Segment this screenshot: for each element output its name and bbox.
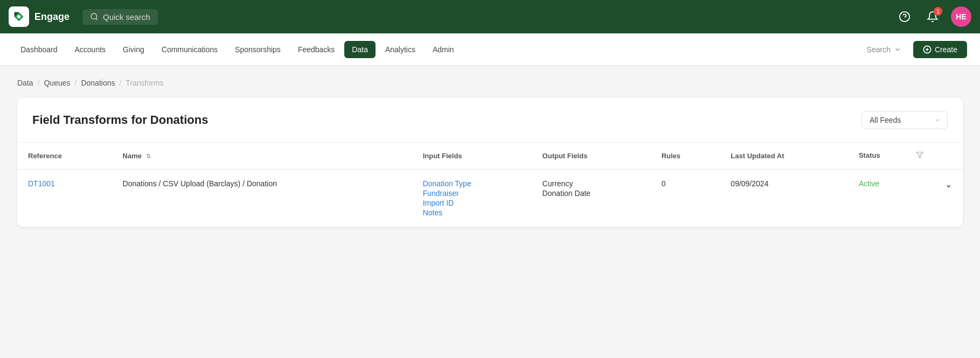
quick-search-button[interactable]: Quick search [82,9,158,25]
nav-search-label: Search [867,45,891,54]
col-output-fields: Output Fields [532,143,651,170]
search-icon [90,12,99,21]
output-field-2: Donation Date [543,189,640,198]
cell-expand: ⌄ [934,170,963,227]
output-field-1: Currency [543,179,640,188]
breadcrumb-sep-1: / [38,79,40,87]
reference-link[interactable]: DT1001 [28,179,55,188]
notifications-button[interactable]: 1 [923,7,942,26]
expand-button[interactable]: ⌄ [945,179,952,189]
nav-item-accounts[interactable]: Accounts [67,41,114,58]
cell-reference: DT1001 [17,170,112,227]
nav-right: Search Create [861,41,967,58]
cell-output-fields: Currency Donation Date [532,170,651,227]
feed-select[interactable]: All Feeds Feed 1 Feed 2 [861,111,948,129]
cell-status: Active [848,170,934,227]
logo-icon[interactable] [9,6,29,27]
nav-item-sponsorships[interactable]: Sponsorships [227,41,288,58]
col-reference: Reference [17,143,112,170]
plus-icon [923,45,932,54]
help-button[interactable] [895,7,914,26]
col-name[interactable]: Name ⇅ [112,143,412,170]
user-avatar[interactable]: HE [951,6,971,27]
col-input-fields: Input Fields [412,143,532,170]
cell-input-fields: Donation Type Fundraiser Import ID Notes [412,170,532,227]
input-field-1[interactable]: Donation Type [423,179,521,188]
col-last-updated: Last Updated At [720,143,848,170]
breadcrumb-donations[interactable]: Donations [81,79,115,87]
page-card: Field Transforms for Donations All Feeds… [17,98,963,227]
nav-item-data[interactable]: Data [344,41,376,58]
chevron-down-icon [894,46,901,53]
quick-search-label: Quick search [103,12,150,22]
col-rules: Rules [651,143,720,170]
nav-item-dashboard[interactable]: Dashboard [13,41,65,58]
table-header-row: Reference Name ⇅ Input Fields Output Fie… [17,143,963,170]
input-field-3[interactable]: Import ID [423,199,521,207]
breadcrumb-sep-2: / [75,79,77,87]
cell-rules: 0 [651,170,720,227]
breadcrumb-queues[interactable]: Queues [44,79,70,87]
nav-item-analytics[interactable]: Analytics [378,41,423,58]
app-name: Engage [34,11,69,23]
create-label: Create [935,45,957,54]
page-card-header: Field Transforms for Donations All Feeds… [17,98,963,143]
create-button[interactable]: Create [913,41,967,58]
input-field-2[interactable]: Fundraiser [423,189,521,198]
page-title: Field Transforms for Donations [32,113,208,127]
input-fields-list: Donation Type Fundraiser Import ID Notes [423,179,521,217]
nav-item-feedbacks[interactable]: Feedbacks [290,41,342,58]
col-expand [934,143,963,170]
status-badge: Active [859,179,879,188]
sort-icon: ⇅ [146,153,151,159]
logo-wrapper: Engage [9,6,69,27]
transforms-table: Reference Name ⇅ Input Fields Output Fie… [17,143,963,227]
table-container: Reference Name ⇅ Input Fields Output Fie… [17,143,963,227]
notification-count: 1 [934,7,942,16]
svg-point-1 [91,13,97,19]
nav-search-button[interactable]: Search [861,42,907,57]
table-row: DT1001 Donations / CSV Upload (Barclays)… [17,170,963,227]
main-content: Data / Queues / Donations / Transforms F… [0,66,980,240]
top-bar: Engage Quick search 1 HE [0,0,980,33]
col-status[interactable]: Status [848,143,934,170]
breadcrumb-transforms: Transforms [126,79,163,87]
nav-item-admin[interactable]: Admin [425,41,462,58]
cell-last-updated: 09/09/2024 [720,170,848,227]
secondary-nav: Dashboard Accounts Giving Communications… [0,33,980,66]
svg-point-0 [17,15,20,18]
output-fields-list: Currency Donation Date [543,179,640,198]
filter-icon[interactable] [916,151,923,160]
cell-name: Donations / CSV Upload (Barclays) / Dona… [112,170,412,227]
topbar-right: 1 HE [895,6,971,27]
svg-marker-7 [916,152,923,158]
breadcrumb: Data / Queues / Donations / Transforms [17,79,963,87]
breadcrumb-data[interactable]: Data [17,79,33,87]
nav-item-giving[interactable]: Giving [115,41,152,58]
input-field-4[interactable]: Notes [423,208,521,217]
breadcrumb-sep-3: / [119,79,121,87]
nav-item-communications[interactable]: Communications [154,41,225,58]
